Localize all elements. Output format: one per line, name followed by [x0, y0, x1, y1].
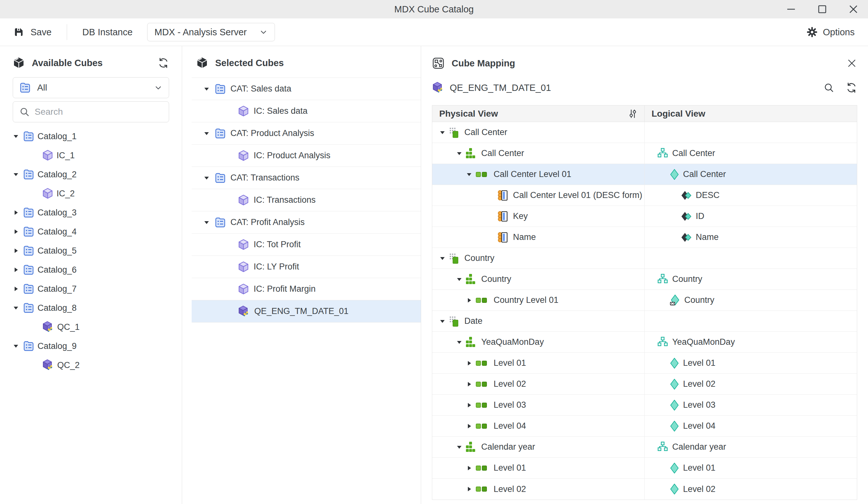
selected-cube-row[interactable]: CAT: Sales data	[192, 78, 421, 100]
tree-item-Catalog_9[interactable]: Catalog_9	[13, 337, 169, 356]
physical-node-label: Level 04	[494, 421, 526, 431]
caret-down-icon[interactable]	[439, 130, 446, 135]
search-input[interactable]	[35, 107, 163, 117]
options-button[interactable]: Options	[806, 27, 855, 38]
tree-item-label: Catalog_4	[38, 227, 76, 237]
caret-right-icon[interactable]	[13, 229, 20, 235]
refresh-icon[interactable]	[158, 57, 169, 69]
refresh-icon[interactable]	[846, 82, 857, 93]
caret-down-icon[interactable]	[204, 131, 210, 136]
catalog-icon	[215, 128, 226, 139]
tree-item-label: QC_1	[57, 322, 80, 332]
caret-right-icon[interactable]	[466, 381, 472, 387]
mapping-row[interactable]: Level 04Level 04	[432, 416, 857, 436]
mapping-row[interactable]: Calendar yearCalendar year	[432, 436, 857, 457]
tree-item-Catalog_3[interactable]: Catalog_3	[13, 203, 169, 222]
level-icon	[475, 359, 489, 368]
caret-down-icon[interactable]	[204, 219, 210, 225]
selected-cube-row[interactable]: QE_ENG_TM_DATE_01	[192, 300, 421, 322]
mapping-row[interactable]: Call Center Level 01Call Center	[432, 164, 857, 185]
caret-right-icon[interactable]	[466, 297, 472, 303]
caret-right-icon[interactable]	[466, 360, 472, 366]
tree-item-QC_1[interactable]: QC_1	[13, 318, 169, 337]
mapping-row[interactable]: Country	[432, 248, 857, 269]
mapping-row[interactable]: Date	[432, 311, 857, 332]
mapping-row[interactable]: Level 01Level 01	[432, 457, 857, 479]
caret-right-icon[interactable]	[13, 248, 20, 254]
caret-right-icon[interactable]	[466, 486, 472, 492]
search-icon[interactable]	[824, 82, 834, 93]
caret-right-icon[interactable]	[13, 210, 20, 215]
catalog-icon	[23, 302, 34, 313]
caret-right-icon[interactable]	[466, 402, 472, 408]
tree-item-Catalog_4[interactable]: Catalog_4	[13, 222, 169, 241]
selected-cube-row[interactable]: IC: Profit Margin	[192, 278, 421, 300]
caret-down-icon[interactable]	[456, 151, 463, 156]
selected-cube-row[interactable]: IC: Product Analysis	[192, 145, 421, 167]
tree-item-Catalog_8[interactable]: Catalog_8	[13, 298, 169, 318]
physical-node-label: Level 02	[494, 484, 526, 494]
caret-down-icon[interactable]	[13, 343, 20, 349]
mapping-row[interactable]: Level 03Level 03	[432, 395, 857, 416]
caret-down-icon[interactable]	[456, 444, 463, 450]
tree-item-Catalog_5[interactable]: Catalog_5	[13, 241, 169, 260]
selected-cube-row[interactable]: IC: Transactions	[192, 189, 421, 211]
maximize-button[interactable]	[816, 3, 829, 16]
tree-item-IC_1[interactable]: IC_1	[13, 146, 169, 165]
mapping-row[interactable]: Level 01Level 01	[432, 353, 857, 374]
tree-item-QC_2[interactable]: QC_2	[13, 356, 169, 375]
mapping-row[interactable]: Country Level 01Country	[432, 290, 857, 311]
mapping-row[interactable]: KeyID	[432, 206, 857, 227]
catalog-filter-select[interactable]: All	[13, 77, 169, 98]
mapping-row[interactable]: Level 02Level 02	[432, 479, 857, 500]
caret-right-icon[interactable]	[466, 465, 472, 471]
caret-right-icon[interactable]	[466, 423, 472, 429]
selected-cube-row[interactable]: IC: Tot Profit	[192, 234, 421, 256]
logical-node-label: Level 01	[683, 463, 715, 473]
mapping-row[interactable]: NameName	[432, 227, 857, 248]
diamond-icon	[670, 400, 679, 411]
caret-down-icon[interactable]	[456, 277, 463, 282]
mapping-row[interactable]: Call CenterCall Center	[432, 143, 857, 164]
selected-cube-row[interactable]: CAT: Transactions	[192, 167, 421, 189]
caret-down-icon[interactable]	[439, 318, 446, 324]
mapping-row[interactable]: CountryCountry	[432, 269, 857, 290]
selected-cube-row[interactable]: IC: Sales data	[192, 100, 421, 122]
mapping-row[interactable]: Level 02Level 02	[432, 374, 857, 395]
mapping-row[interactable]: YeaQuaMonDayYeaQuaMonDay	[432, 332, 857, 353]
caret-down-icon[interactable]	[13, 133, 20, 139]
close-window-button[interactable]	[847, 3, 860, 16]
tree-item-label: Catalog_9	[38, 341, 76, 351]
minimize-button[interactable]	[785, 3, 797, 16]
db-instance-label: DB Instance	[82, 27, 133, 38]
caret-right-icon[interactable]	[13, 286, 20, 292]
mapping-row[interactable]: Call Center Level 01 (DESC form)DESC	[432, 185, 857, 206]
selected-cube-row[interactable]: CAT: Profit Analysis	[192, 211, 421, 234]
caret-down-icon[interactable]	[204, 86, 210, 92]
selected-cube-row[interactable]: IC: LY Profit	[192, 256, 421, 278]
cube-icon	[238, 239, 249, 250]
selected-cube-label: CAT: Sales data	[230, 84, 291, 94]
options-label: Options	[823, 27, 855, 38]
selected-cube-row[interactable]: CAT: Product Analysis	[192, 122, 421, 145]
mapping-row[interactable]: Call Center	[432, 122, 857, 143]
caret-down-icon[interactable]	[439, 256, 446, 261]
logical-node-label: Call Center	[683, 169, 726, 179]
tree-item-label: Catalog_7	[38, 284, 76, 294]
filter-icon[interactable]	[627, 109, 638, 119]
caret-down-icon[interactable]	[13, 305, 20, 311]
tree-item-Catalog_7[interactable]: Catalog_7	[13, 279, 169, 298]
close-icon[interactable]	[846, 58, 857, 69]
caret-down-icon[interactable]	[13, 172, 20, 177]
tree-item-Catalog_6[interactable]: Catalog_6	[13, 260, 169, 279]
caret-down-icon[interactable]	[466, 172, 472, 177]
caret-down-icon[interactable]	[456, 339, 463, 345]
tree-item-IC_2[interactable]: IC_2	[13, 184, 169, 203]
tree-item-Catalog_1[interactable]: Catalog_1	[13, 127, 169, 146]
caret-down-icon[interactable]	[204, 175, 210, 181]
tree-item-Catalog_2[interactable]: Catalog_2	[13, 165, 169, 184]
save-button[interactable]: Save	[13, 27, 51, 38]
cube-mapping-table-header: Physical View Logical View	[432, 105, 857, 122]
caret-right-icon[interactable]	[13, 267, 20, 272]
db-instance-select[interactable]: MDX - Analysis Server	[147, 23, 275, 41]
